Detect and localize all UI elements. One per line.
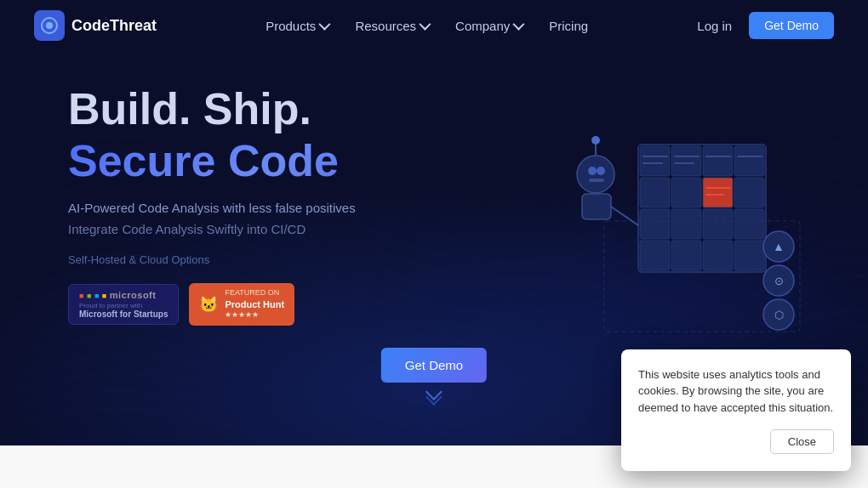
- svg-rect-24: [640, 209, 670, 239]
- svg-rect-25: [671, 209, 701, 239]
- hero-section: Build. Ship. Secure Code AI-Powered Code…: [0, 51, 868, 351]
- svg-rect-18: [703, 146, 733, 176]
- svg-point-10: [597, 167, 605, 175]
- hero-subtitle2: Integrate Code Analysis Swiftly into CI/…: [68, 222, 494, 236]
- ms-logo: ■ ■ ■ ■ microsoft: [79, 290, 168, 300]
- microsoft-badge: ■ ■ ■ ■ microsoft Proud to partner with …: [68, 284, 179, 325]
- hero-hosted: Self-Hosted & Cloud Options: [68, 253, 494, 266]
- product-hunt-badge: 🐱 FEATURED ON Product Hunt ★★★★★: [189, 283, 294, 326]
- illustration-svg: ▲ ⊙ ⬡: [528, 94, 817, 349]
- chevron-down-icon: [319, 19, 331, 31]
- svg-text:⬡: ⬡: [774, 309, 784, 321]
- hero-illustration: ▲ ⊙ ⬡: [528, 94, 817, 349]
- logo[interactable]: CodeThreat: [34, 10, 157, 41]
- hero-badges: ■ ■ ■ ■ microsoft Proud to partner with …: [68, 283, 494, 326]
- logo-text: CodeThreat: [71, 17, 157, 35]
- cookie-close-button[interactable]: Close: [770, 429, 834, 454]
- login-button[interactable]: Log in: [697, 19, 732, 33]
- svg-text:⊙: ⊙: [774, 275, 784, 287]
- nav-item-pricing[interactable]: Pricing: [549, 19, 588, 33]
- svg-text:▲: ▲: [773, 240, 785, 253]
- cookie-text: This website uses analytics tools and co…: [638, 366, 834, 417]
- svg-rect-31: [734, 241, 764, 270]
- svg-rect-30: [703, 241, 733, 270]
- nav-links: Products Resources Company Pricing: [266, 19, 588, 33]
- svg-rect-16: [640, 146, 670, 176]
- svg-rect-11: [589, 179, 604, 182]
- scroll-down-indicator: [428, 389, 440, 403]
- svg-point-9: [588, 167, 597, 175]
- svg-rect-26: [703, 209, 733, 239]
- hero-cta-button[interactable]: Get Demo: [381, 348, 487, 383]
- svg-rect-29: [671, 241, 701, 270]
- svg-rect-20: [640, 178, 670, 207]
- ph-icon: 🐱: [199, 295, 218, 314]
- cookie-banner: This website uses analytics tools and co…: [621, 349, 851, 472]
- svg-rect-12: [582, 194, 611, 219]
- hero-line2: Secure Code: [68, 137, 494, 185]
- ph-text: FEATURED ON Product Hunt ★★★★★: [225, 288, 284, 321]
- ms-partner-text: Proud to partner with Microsoft for Star…: [79, 302, 168, 319]
- svg-line-47: [611, 207, 638, 225]
- nav-item-company[interactable]: Company: [455, 19, 522, 33]
- chevron-down-icon: [513, 19, 525, 31]
- svg-rect-23: [734, 178, 764, 207]
- svg-rect-21: [671, 178, 701, 207]
- logo-icon: [34, 10, 65, 41]
- hero-text: Build. Ship. Secure Code AI-Powered Code…: [68, 85, 494, 351]
- svg-rect-28: [640, 241, 670, 270]
- svg-rect-17: [671, 146, 701, 176]
- nav-item-products[interactable]: Products: [266, 19, 328, 33]
- svg-rect-19: [734, 146, 764, 176]
- hero-subtitle1: AI-Powered Code Analysis with less false…: [68, 199, 494, 218]
- svg-point-8: [577, 156, 614, 193]
- hero-line1: Build. Ship.: [68, 85, 494, 133]
- svg-rect-22: [703, 178, 733, 207]
- nav-right: Log in Get Demo: [697, 12, 834, 39]
- svg-point-14: [591, 136, 600, 145]
- nav-item-resources[interactable]: Resources: [355, 19, 428, 33]
- hero-cta-section: Get Demo: [381, 348, 487, 403]
- chevron-down-icon: [419, 19, 431, 31]
- svg-rect-27: [734, 209, 764, 239]
- get-demo-button[interactable]: Get Demo: [749, 12, 834, 39]
- navbar: CodeThreat Products Resources Company Pr…: [0, 0, 868, 51]
- svg-point-7: [46, 22, 53, 29]
